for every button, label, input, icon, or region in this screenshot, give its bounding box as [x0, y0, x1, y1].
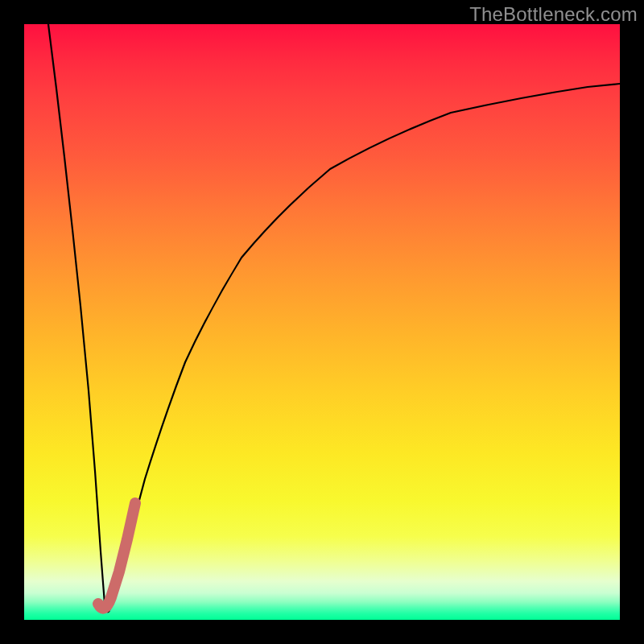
curve-layer: [24, 24, 620, 620]
chart-frame: TheBottleneck.com: [0, 0, 644, 644]
plot-area: [24, 24, 620, 620]
watermark-text: TheBottleneck.com: [469, 3, 638, 26]
